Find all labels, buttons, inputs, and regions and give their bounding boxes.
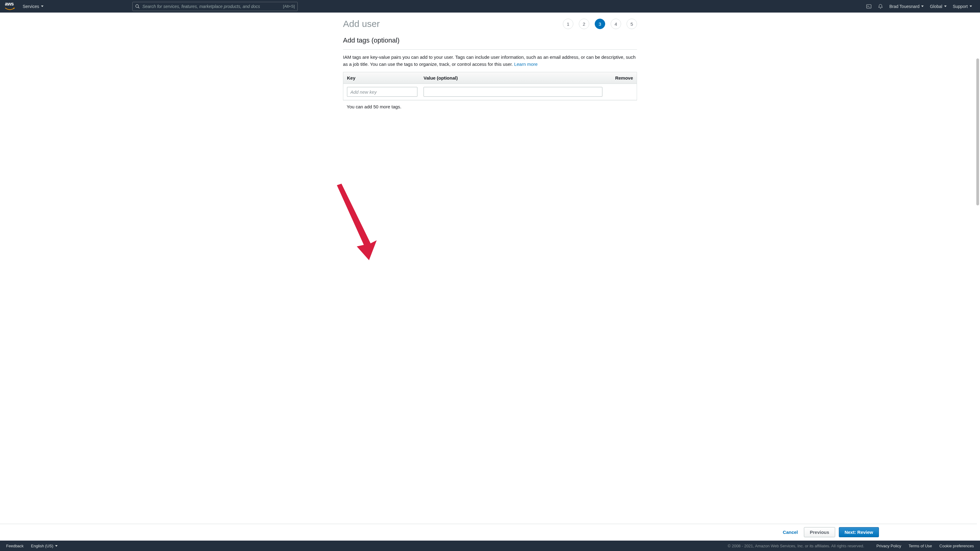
notifications-icon[interactable] (875, 4, 886, 9)
caret-down-icon (921, 5, 924, 7)
search-box[interactable]: [Alt+S] (132, 2, 298, 11)
svg-point-0 (136, 5, 138, 7)
section-title: Add tags (optional) (343, 37, 637, 44)
page-title: Add user (343, 19, 380, 29)
step-5[interactable]: 5 (627, 19, 637, 29)
tag-key-input[interactable] (347, 87, 417, 97)
aws-smile-icon (5, 8, 15, 11)
search-icon (135, 4, 140, 9)
support-label: Support (953, 4, 968, 9)
scrollbar-thumb[interactable] (976, 59, 979, 144)
scrollbar[interactable] (975, 13, 980, 144)
caret-down-icon (944, 5, 947, 7)
aws-logo[interactable]: aws (5, 1, 15, 12)
tags-row (343, 84, 637, 100)
stepper: 1 2 3 4 5 (563, 19, 637, 29)
value-cell (423, 87, 602, 97)
col-value-header: Value (optional) (423, 75, 609, 81)
step-3[interactable]: 3 (595, 19, 605, 29)
svg-rect-2 (866, 5, 871, 8)
step-4[interactable]: 4 (611, 19, 621, 29)
description: IAM tags are key-value pairs you can add… (343, 54, 637, 68)
search-wrap: [Alt+S] (132, 2, 298, 11)
region-menu[interactable]: Global (927, 4, 950, 9)
key-cell (347, 87, 417, 97)
page-header: Add user 1 2 3 4 5 (343, 19, 637, 29)
search-shortcut: [Alt+S] (283, 4, 295, 9)
user-label: Brad Touesnard (889, 4, 920, 9)
col-key-header: Key (347, 75, 423, 81)
description-text: IAM tags are key-value pairs you can add… (343, 54, 635, 67)
main-content: Add user 1 2 3 4 5 Add tags (optional) I… (343, 13, 637, 144)
user-menu[interactable]: Brad Touesnard (886, 4, 927, 9)
col-remove-header: Remove (609, 75, 633, 81)
caret-down-icon (970, 5, 972, 7)
aws-logo-text: aws (5, 1, 15, 7)
region-label: Global (930, 4, 942, 9)
nav-right: Brad Touesnard Global Support (863, 4, 975, 9)
caret-down-icon (41, 5, 43, 7)
tags-header: Key Value (optional) Remove (343, 72, 637, 84)
tags-remaining: You can add 50 more tags. (343, 100, 637, 113)
cloudshell-icon[interactable] (863, 4, 875, 9)
tags-table: Key Value (optional) Remove (343, 72, 637, 100)
services-menu[interactable]: Services (20, 4, 46, 9)
step-1[interactable]: 1 (563, 19, 573, 29)
services-label: Services (23, 4, 39, 9)
search-input[interactable] (142, 4, 283, 9)
learn-more-link[interactable]: Learn more (514, 62, 538, 67)
top-nav: aws Services [Alt+S] Brad Touesnard Glob… (0, 0, 980, 13)
svg-line-1 (138, 7, 139, 8)
step-2[interactable]: 2 (579, 19, 589, 29)
tag-value-input[interactable] (423, 87, 602, 97)
support-menu[interactable]: Support (950, 4, 975, 9)
